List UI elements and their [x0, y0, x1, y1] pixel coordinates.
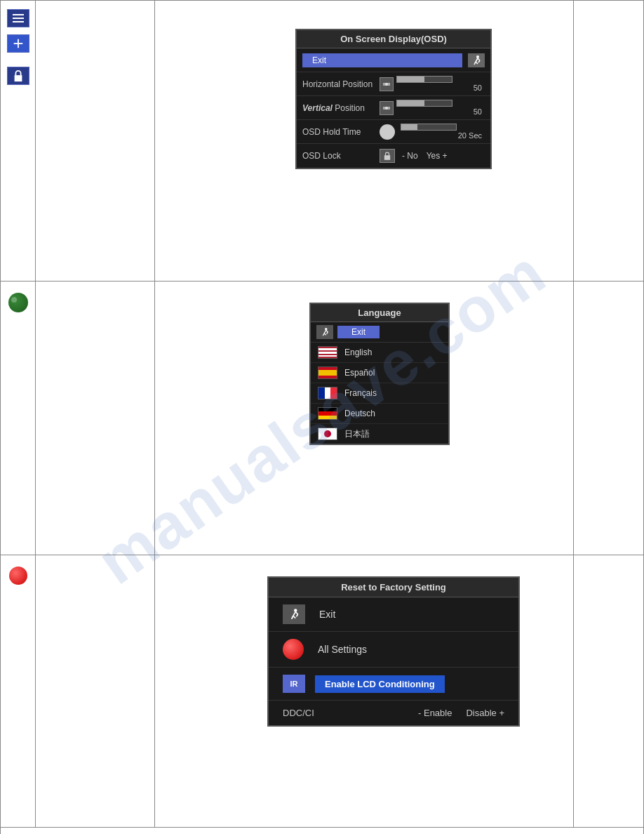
lang-exit-icon [316, 325, 333, 339]
lock-icon [11, 70, 25, 82]
lock-icon-btn[interactable] [7, 67, 29, 85]
lang-label-en: English [344, 348, 372, 357]
lang-item-fr[interactable]: Français [311, 383, 448, 404]
osd-lock-label: OSD Lock [302, 151, 380, 161]
svg-line-26 [293, 616, 295, 618]
svg-line-9 [476, 62, 478, 64]
reset-exit-row: Exit [269, 597, 518, 632]
osd-horizontal-label: Horizontal Position [302, 79, 380, 89]
language-menu: Language Exit [309, 303, 450, 445]
lang-label-es: Español [344, 368, 375, 378]
lang-icon-col [1, 282, 36, 555]
reset-red-dot [283, 639, 304, 660]
osd-holdtime-slider[interactable]: 20 Sec [401, 124, 485, 140]
osd-content-col: On Screen Display(OSD) Exit [155, 1, 574, 282]
reset-lcd-row: IR Enable LCD Conditioning [269, 668, 518, 701]
reset-ddc-row: DDC/CI - Enable Disable + [269, 701, 518, 725]
osd-lock-row: OSD Lock - No Yes + [297, 144, 490, 168]
reset-content-col: Reset to Factory Setting Exit [155, 555, 574, 828]
svg-point-17 [325, 328, 328, 331]
svg-line-24 [293, 612, 295, 616]
main-table: On Screen Display(OSD) Exit [0, 0, 644, 834]
lang-right-col [574, 282, 644, 555]
svg-line-10 [478, 58, 480, 60]
reset-allsettings-row: All Settings [269, 632, 518, 668]
osd-exit-btn[interactable]: Exit [302, 53, 462, 67]
flag-fr [318, 387, 337, 399]
osd-exit-icon [468, 53, 485, 67]
osd-horizontal-slider[interactable]: 50 [396, 76, 485, 92]
osd-lock-options: - No Yes + [402, 151, 448, 161]
osd-lock-no[interactable]: - No [402, 151, 418, 161]
lang-label-ja: 日本語 [344, 428, 370, 440]
flag-es [318, 366, 337, 379]
globe-icon [8, 293, 28, 312]
svg-point-6 [476, 55, 479, 58]
language-menu-title: Language [311, 304, 448, 322]
menu-icon-btn[interactable] [7, 9, 29, 27]
osd-vertical-ctrl: 50 [380, 100, 485, 116]
lang-item-es[interactable]: Español [311, 363, 448, 383]
osd-holdtime-ctrl: 20 Sec [380, 124, 485, 140]
reset-menu: Reset to Factory Setting Exit [267, 576, 520, 727]
osd-lock-ctrl: - No Yes + [380, 149, 485, 163]
osd-holdtime-value: 20 Sec [458, 131, 482, 140]
svg-line-27 [295, 612, 297, 614]
osd-lock-yes[interactable]: Yes + [427, 151, 448, 161]
position-icon [11, 37, 25, 50]
osd-vertical-value: 50 [474, 107, 482, 116]
svg-point-23 [294, 609, 297, 612]
lang-content-col: Language Exit [155, 282, 574, 555]
flag-jp [318, 428, 337, 440]
osd-lock-icon [380, 149, 395, 163]
svg-line-22 [327, 332, 328, 334]
reset-icon-col [1, 555, 36, 828]
svg-line-18 [324, 330, 326, 333]
osd-vertical-label: Vertical Position [302, 103, 380, 113]
svg-point-13 [385, 83, 388, 86]
lang-exit-row: Exit [311, 322, 448, 343]
osd-horizontal-row: Horizontal Position 50 [297, 72, 490, 96]
reset-mid-col [36, 555, 155, 828]
osd-vertical-slider[interactable]: 50 [396, 100, 485, 116]
svg-line-11 [478, 60, 480, 62]
lang-mid-col [36, 282, 155, 555]
osd-horizontal-value: 50 [474, 84, 482, 92]
position-icon-btn[interactable] [7, 34, 29, 53]
svg-rect-5 [14, 75, 22, 81]
flag-de [318, 407, 337, 420]
osd-holdtime-row: OSD Hold Time 20 Sec [297, 120, 490, 144]
osd-mid-col [36, 1, 155, 282]
osd-mini-icon [380, 77, 394, 91]
reset-ddc-disable[interactable]: Disable + [466, 708, 504, 718]
osd-vmini-icon [380, 101, 394, 115]
svg-line-7 [476, 58, 478, 62]
osd-menu: On Screen Display(OSD) Exit [295, 29, 492, 169]
osd-menu-title: On Screen Display(OSD) [297, 30, 490, 48]
osd-icon-col [1, 1, 36, 282]
reset-ir-btn[interactable]: IR [283, 675, 305, 693]
lang-label-de: Deutsch [344, 409, 375, 418]
reset-menu-title: Reset to Factory Setting [269, 578, 518, 597]
svg-rect-0 [13, 14, 24, 15]
flag-us [318, 346, 337, 359]
lang-exit-btn[interactable]: Exit [337, 326, 380, 338]
svg-rect-2 [13, 21, 24, 22]
reset-exit-label[interactable]: Exit [319, 609, 335, 620]
reset-ddc-options: - Enable Disable + [418, 708, 504, 718]
svg-line-28 [296, 614, 297, 616]
lang-item-en[interactable]: English [311, 343, 448, 363]
svg-line-20 [324, 333, 326, 336]
reset-ddc-enable[interactable]: - Enable [418, 708, 452, 718]
reset-allsettings-label[interactable]: All Settings [318, 644, 367, 655]
lang-item-de[interactable]: Deutsch [311, 404, 448, 424]
running-man-icon [471, 55, 482, 66]
bottom-cell [1, 828, 644, 835]
menu-icon [11, 12, 25, 25]
osd-right-col [574, 1, 644, 282]
osd-exit-row: Exit [297, 48, 490, 72]
reset-lcd-btn[interactable]: Enable LCD Conditioning [315, 675, 445, 693]
lang-item-ja[interactable]: 日本語 [311, 424, 448, 444]
reset-exit-icon [283, 604, 305, 624]
lang-label-fr: Français [344, 388, 377, 398]
